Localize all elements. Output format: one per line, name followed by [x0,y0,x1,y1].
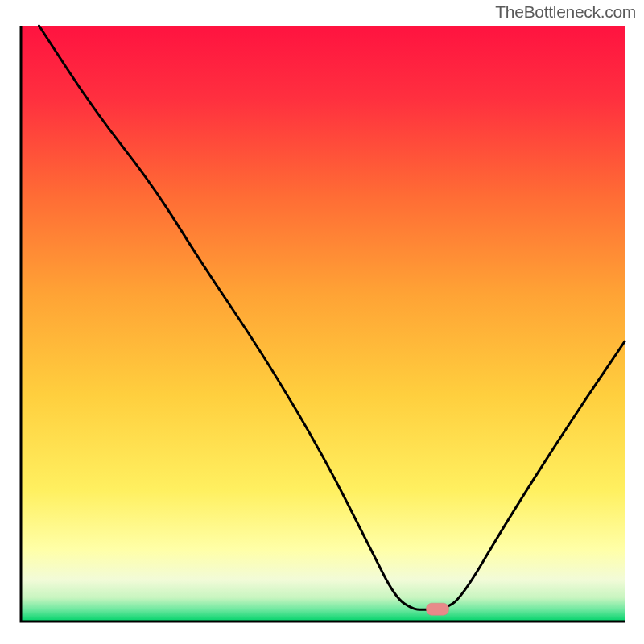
chart-svg [0,0,644,644]
optimal-marker [427,603,449,615]
bottleneck-chart: TheBottleneck.com [0,0,644,644]
watermark-label: TheBottleneck.com [495,2,636,22]
plot-background [21,26,625,621]
